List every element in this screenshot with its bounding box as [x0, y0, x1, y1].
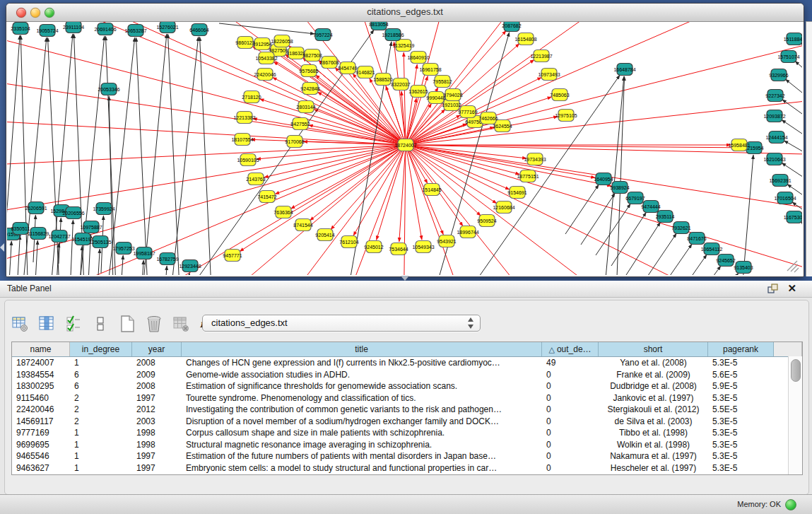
graph-node[interactable]: 5938924	[610, 182, 629, 194]
select-rows-icon[interactable]	[64, 315, 83, 333]
cell-name[interactable]: 14569117	[12, 416, 70, 428]
cell-short[interactable]: Tibbo et al. (1998)	[599, 427, 708, 439]
graph-node[interactable]: 16154808	[514, 33, 536, 45]
graph-node[interactable]: 9509524	[477, 215, 496, 227]
table-selector-dropdown[interactable]: citations_edges.txt	[202, 315, 481, 332]
cell-year[interactable]: 2008	[132, 357, 182, 369]
scrollbar-thumb[interactable]	[791, 359, 801, 382]
graph-node[interactable]: 15692391	[769, 175, 791, 187]
graph-node[interactable]: 17016504	[774, 192, 796, 204]
cell-year[interactable]: 2008	[132, 380, 182, 392]
graph-node[interactable]: 8741544	[293, 219, 312, 231]
column-header-pagerank[interactable]: pagerank	[708, 342, 774, 356]
cell-name[interactable]: 9699695	[12, 439, 70, 451]
graph-node[interactable]: 2718120	[242, 91, 261, 103]
graph-node[interactable]: 8322037	[391, 78, 410, 90]
cell-out_degree[interactable]: 0	[542, 462, 599, 474]
column-header-name[interactable]: name	[12, 342, 70, 356]
graph-node[interactable]: 9205414	[315, 229, 334, 241]
cell-out_degree[interactable]: 0	[542, 439, 599, 451]
cell-pagerank[interactable]: 5.9E-5	[708, 380, 774, 392]
graph-node[interactable]: 16961758	[419, 64, 441, 76]
row-height-icon[interactable]	[91, 315, 110, 333]
graph-node[interactable]: 7485063	[550, 89, 569, 101]
cell-pagerank[interactable]: 5.3E-5	[708, 450, 774, 462]
graph-node[interactable]: 10654112	[701, 243, 723, 255]
graph-node[interactable]: 18996744	[457, 226, 478, 238]
graph-node[interactable]: 10590105	[237, 154, 259, 166]
graph-node[interactable]: 19218586	[382, 29, 404, 41]
graph-node[interactable]: 12505135	[89, 236, 111, 248]
cell-in_degree[interactable]: 6	[70, 369, 132, 381]
cell-short[interactable]: Hescheler et al. (1997)	[599, 462, 708, 474]
graph-node[interactable]: 7462666	[478, 112, 498, 124]
cell-out_degree[interactable]: 0	[542, 380, 599, 392]
table-row[interactable]: 2242004622012Investigating the contribut…	[12, 404, 802, 416]
graph-node[interactable]: 12975105	[555, 110, 577, 122]
graph-node[interactable]: 17359924	[93, 203, 114, 215]
cell-title[interactable]: Tourette syndrome. Phenomenology and cla…	[182, 392, 542, 404]
graph-node[interactable]: 12213383	[233, 112, 255, 124]
graph-node[interactable]: 20206556	[62, 207, 84, 219]
cell-pagerank[interactable]: 5.6E-5	[708, 369, 774, 381]
graph-node[interactable]: 9794028	[443, 89, 462, 101]
cell-in_degree[interactable]: 1	[70, 462, 132, 474]
cell-short[interactable]: Stergiakouli et al. (2012)	[599, 404, 708, 416]
cell-in_degree[interactable]: 2	[70, 404, 132, 416]
graph-node[interactable]: 12093872	[763, 110, 785, 122]
cell-pagerank[interactable]: 5.3E-5	[708, 416, 774, 428]
graph-node[interactable]: 26206591	[25, 202, 47, 214]
graph-node[interactable]: 19958187	[133, 247, 155, 259]
graph-node[interactable]: 15751074	[777, 51, 799, 63]
column-header-title[interactable]: title	[182, 342, 542, 356]
column-header-year[interactable]: year	[132, 342, 182, 356]
citation-network-graph[interactable]: 1362615151484515885201640954192103220876…	[7, 22, 802, 275]
graph-node[interactable]: 2143763	[246, 173, 265, 185]
graph-node[interactable]: 11675300	[784, 211, 802, 223]
table-row[interactable]: 1938455462009Genome-wide association stu…	[12, 369, 802, 381]
panel-splitter-handle[interactable]	[401, 276, 409, 281]
cell-title[interactable]: Changes of HCN gene expression and I(f) …	[182, 357, 542, 369]
graph-node[interactable]: 7932621	[671, 222, 690, 234]
cell-in_degree[interactable]: 1	[70, 450, 132, 462]
graph-node[interactable]: 9170068	[285, 136, 304, 148]
cell-out_degree[interactable]: 0	[542, 404, 599, 416]
graph-node[interactable]: 12444154	[765, 132, 787, 144]
cell-name[interactable]: 9115460	[12, 392, 70, 404]
graph-node[interactable]: 10543382	[255, 52, 277, 64]
network-window-titlebar[interactable]: citations_edges.txt	[6, 4, 804, 22]
table-row[interactable]: 969969511998Structural magnetic resonanc…	[12, 439, 802, 451]
graph-node[interactable]: 6466064	[189, 24, 208, 36]
cell-pagerank[interactable]: 5.3E-5	[708, 427, 774, 439]
graph-node[interactable]: 15276021	[156, 22, 178, 33]
graph-node[interactable]: 18107554	[231, 134, 253, 146]
cell-title[interactable]: Genome-wide association studies in ADHD.	[182, 369, 542, 381]
cell-short[interactable]: de Silva et al. (2003)	[599, 416, 708, 428]
graph-node[interactable]: 8813054	[369, 22, 388, 30]
cell-name[interactable]: 9465546	[12, 450, 70, 462]
graph-node[interactable]: 7612104	[339, 236, 358, 248]
graph-node[interactable]: 10975887	[80, 221, 102, 233]
cell-name[interactable]: 9463627	[12, 462, 70, 474]
graph-node[interactable]: 12923448	[179, 260, 201, 272]
graph-node[interactable]: 2335104	[11, 23, 30, 35]
new-column-icon[interactable]	[118, 315, 136, 333]
graph-node[interactable]: 7955812	[433, 76, 452, 88]
table-row[interactable]: 977716911998Corpus callosum shape and si…	[12, 427, 802, 439]
cell-title[interactable]: Corpus callosum shape and size in male p…	[182, 427, 542, 439]
graph-node[interactable]: 16648784	[613, 64, 635, 76]
graph-node[interactable]: 10549343	[412, 241, 434, 253]
graph-node[interactable]: 7534644	[389, 243, 408, 255]
cell-name[interactable]: 18724007	[12, 357, 70, 369]
float-panel-icon[interactable]	[767, 284, 778, 294]
graph-node[interactable]: 18775151	[517, 170, 539, 182]
graph-node[interactable]: 12042737	[48, 230, 70, 243]
cell-year[interactable]: 2003	[132, 416, 182, 428]
graph-node[interactable]: 2803144	[296, 101, 315, 113]
graph-node[interactable]: 2935114	[656, 211, 675, 223]
cell-year[interactable]: 1997	[132, 392, 182, 404]
column-header-in_degree[interactable]: in_degree	[70, 342, 132, 356]
graph-node[interactable]: 16782759	[156, 253, 178, 265]
column-header-out_degree[interactable]: △out_de…	[542, 342, 599, 356]
cell-title[interactable]: Structural magnetic resonance image aver…	[182, 439, 542, 451]
